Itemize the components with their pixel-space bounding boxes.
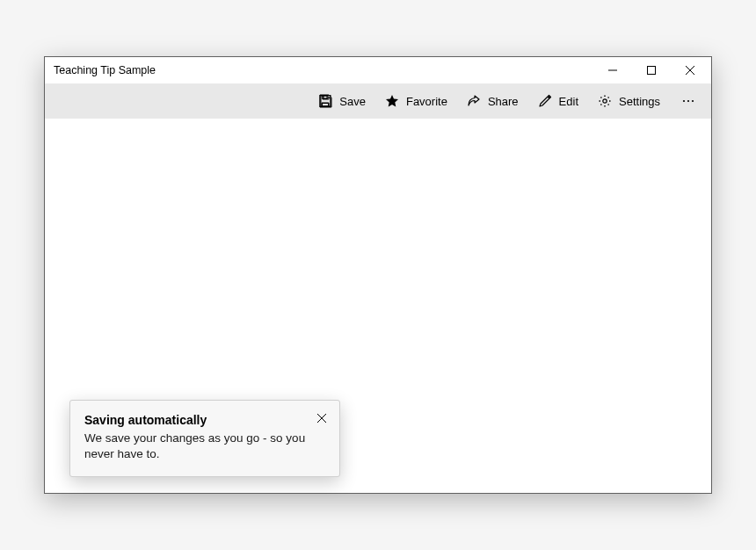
overflow-button[interactable] bbox=[671, 85, 706, 117]
svg-rect-1 bbox=[648, 67, 656, 75]
save-button[interactable]: Save bbox=[309, 85, 374, 117]
star-icon bbox=[385, 94, 399, 108]
teaching-tip-title: Saving automatically bbox=[84, 413, 325, 427]
minimize-button[interactable] bbox=[593, 57, 632, 83]
settings-label: Settings bbox=[619, 95, 660, 108]
save-label: Save bbox=[339, 95, 366, 108]
maximize-button[interactable] bbox=[632, 57, 671, 83]
minimize-icon bbox=[608, 66, 617, 75]
ellipsis-icon bbox=[681, 94, 695, 108]
maximize-icon bbox=[647, 66, 656, 75]
content-area: Saving automatically We save your change… bbox=[45, 119, 711, 493]
window-title: Teaching Tip Sample bbox=[54, 64, 593, 76]
window-controls bbox=[593, 57, 709, 83]
svg-point-9 bbox=[687, 100, 689, 102]
svg-point-10 bbox=[692, 100, 694, 102]
titlebar: Teaching Tip Sample bbox=[45, 57, 711, 83]
svg-point-7 bbox=[603, 99, 607, 103]
edit-icon bbox=[538, 94, 552, 108]
close-icon bbox=[686, 66, 694, 75]
app-window: Teaching Tip Sample Save Favorite bbox=[44, 56, 712, 494]
teaching-tip-subtitle: We save your changes as you go - so you … bbox=[84, 431, 325, 462]
save-icon bbox=[318, 94, 332, 108]
svg-point-8 bbox=[683, 100, 685, 102]
share-button[interactable]: Share bbox=[458, 85, 527, 117]
share-label: Share bbox=[488, 95, 519, 108]
edit-label: Edit bbox=[559, 95, 578, 108]
share-icon bbox=[467, 94, 481, 108]
favorite-label: Favorite bbox=[406, 95, 447, 108]
teaching-tip-close-button[interactable] bbox=[313, 409, 331, 427]
command-bar: Save Favorite Share Edit Settings bbox=[45, 83, 711, 119]
edit-button[interactable]: Edit bbox=[529, 85, 587, 117]
settings-button[interactable]: Settings bbox=[589, 85, 669, 117]
gear-icon bbox=[598, 94, 612, 108]
svg-rect-4 bbox=[323, 104, 329, 107]
close-icon bbox=[317, 414, 326, 423]
teaching-tip: Saving automatically We save your change… bbox=[69, 400, 340, 477]
favorite-button[interactable]: Favorite bbox=[376, 85, 456, 117]
close-window-button[interactable] bbox=[671, 57, 709, 83]
